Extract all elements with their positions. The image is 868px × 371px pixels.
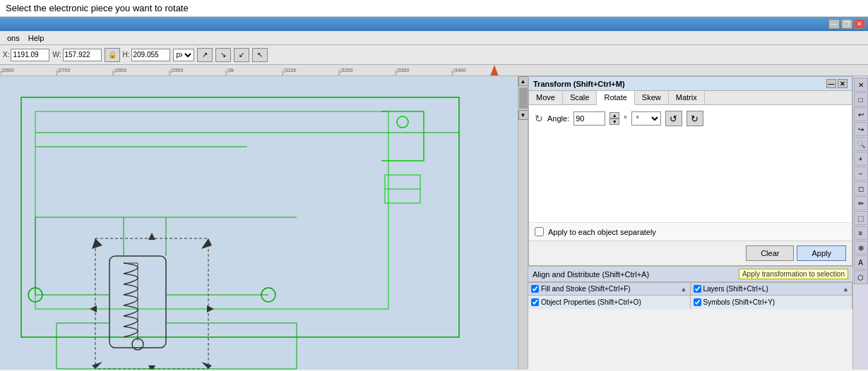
degree-symbol: ° xyxy=(624,114,626,123)
scroll-down-button[interactable]: ▼ xyxy=(518,110,528,120)
bottom-tabs: Fill and Stroke (Shift+Ctrl+F) ▲ Layers … xyxy=(528,282,852,295)
apply-button[interactable]: Apply xyxy=(797,245,846,261)
h-input[interactable] xyxy=(131,49,170,61)
sidebar-icon-add[interactable]: ⊕ xyxy=(854,241,868,255)
angle-label: Angle: xyxy=(547,114,569,123)
apply-each-checkbox[interactable] xyxy=(535,227,544,236)
tab-rotate[interactable]: Rotate xyxy=(597,91,634,105)
toolbar: X: W: 🔒 H: px mm cm ↗ ↘ ↙ ↖ xyxy=(0,45,868,65)
main-area: ▲ ▼ Transform (Shift+Ctrl+M) — ✕ Move Sc… xyxy=(0,76,868,370)
rotate-ccw-button[interactable]: ↺ xyxy=(665,111,682,126)
fill-stroke-label: Fill and Stroke (Shift+Ctrl+F) xyxy=(541,285,631,293)
sidebar-icon-lines[interactable]: ≡ xyxy=(854,226,868,240)
layers-label: Layers (Shift+Ctrl+L) xyxy=(703,285,768,293)
sidebar-icon-pencil[interactable]: ✏ xyxy=(854,196,868,210)
x-group: X: xyxy=(3,49,49,61)
instruction-text: Select the electronic piece you want to … xyxy=(6,3,189,13)
symbols-checkbox[interactable] xyxy=(694,298,701,306)
layers-checkbox[interactable] xyxy=(694,285,701,293)
h-label: H: xyxy=(123,51,130,59)
angle-spin-up[interactable]: ▲ xyxy=(610,112,619,118)
w-input[interactable] xyxy=(63,49,102,61)
align-bl-button[interactable]: ↙ xyxy=(234,48,249,62)
apply-each-label: Apply to each object separately xyxy=(548,228,656,236)
clear-button[interactable]: Clear xyxy=(746,245,794,261)
align-panel: Align and Distribute (Shift+Ctrl+A) Appl… xyxy=(528,266,852,282)
svg-text:|2800: |2800 xyxy=(114,68,126,73)
transform-header: Transform (Shift+Ctrl+M) — ✕ xyxy=(529,77,852,91)
minimize-button[interactable]: — xyxy=(828,19,840,29)
obj-props-checkbox[interactable] xyxy=(531,298,539,306)
instruction-bar: Select the electronic piece you want to … xyxy=(0,0,868,17)
sidebar-icon-zoomout[interactable]: − xyxy=(854,166,868,181)
align-tr-button[interactable]: ↘ xyxy=(215,48,231,62)
svg-rect-0 xyxy=(0,65,509,76)
svg-text:|3k: |3k xyxy=(227,68,234,73)
rotate-row: ↻ Angle: ▲ ▼ ° ° rad ↺ ↻ xyxy=(535,111,846,126)
layers-tab[interactable]: Layers (Shift+Ctrl+L) ▲ xyxy=(691,283,853,295)
w-label: W: xyxy=(52,51,61,59)
symbols-label: Symbols (Shift+Ctrl+Y) xyxy=(703,298,775,306)
sidebar-icon-rect[interactable]: ⬚ xyxy=(854,211,868,225)
close-button[interactable]: ✕ xyxy=(854,19,865,29)
transform-empty-space xyxy=(529,138,852,222)
title-bar-controls: — ❐ ✕ xyxy=(828,19,865,29)
transform-content: ↻ Angle: ▲ ▼ ° ° rad ↺ ↻ xyxy=(529,105,852,138)
title-bar: — ❐ ✕ xyxy=(0,17,868,31)
sidebar-icon-window[interactable]: □ xyxy=(854,92,868,107)
right-panel: Transform (Shift+Ctrl+M) — ✕ Move Scale … xyxy=(528,76,852,370)
h-group: H: xyxy=(123,49,170,61)
fill-stroke-expand[interactable]: ▲ xyxy=(681,286,687,293)
lock-icon[interactable]: 🔒 xyxy=(105,48,120,62)
tab-matrix[interactable]: Matrix xyxy=(669,91,705,104)
svg-text:|2600: |2600 xyxy=(1,68,13,73)
canvas-scrollbar-v[interactable]: ▲ ▼ xyxy=(518,76,528,370)
x-label: X: xyxy=(3,51,9,59)
fill-stroke-tab[interactable]: Fill and Stroke (Shift+Ctrl+F) ▲ xyxy=(528,283,691,295)
sidebar-icon-select[interactable]: ◻ xyxy=(854,181,868,195)
sidebar-icon-text[interactable]: A xyxy=(854,255,868,269)
transform-title: Transform (Shift+Ctrl+M) xyxy=(533,80,625,88)
angle-input[interactable] xyxy=(573,111,605,126)
sidebar-icon-zoom[interactable]: 🔍 xyxy=(854,137,868,151)
svg-marker-35 xyxy=(201,362,212,369)
menu-item-ons[interactable]: ons xyxy=(3,32,24,44)
w-group: W: xyxy=(52,49,101,61)
fill-stroke-checkbox[interactable] xyxy=(531,285,539,293)
drawing-canvas xyxy=(0,76,518,370)
rotate-cw-button[interactable]: ↻ xyxy=(686,111,703,126)
align-right-text: Apply transformation to selection xyxy=(739,269,848,279)
scroll-up-button[interactable]: ▲ xyxy=(518,76,528,86)
transform-panel: Transform (Shift+Ctrl+M) — ✕ Move Scale … xyxy=(528,76,852,266)
ruler: |2600 |2700 |2800 |2900 |3k |3100 |3200 … xyxy=(0,65,868,76)
restore-button[interactable]: ❐ xyxy=(841,19,852,29)
sidebar-icon-hex[interactable]: ⬡ xyxy=(854,270,868,284)
angle-spin-down[interactable]: ▼ xyxy=(610,118,619,125)
tab-skew[interactable]: Skew xyxy=(635,91,669,104)
sidebar-icon-close[interactable]: ✕ xyxy=(854,78,868,92)
layers-expand[interactable]: ▲ xyxy=(843,286,849,293)
transform-minimize-button[interactable]: — xyxy=(826,79,836,88)
angle-unit-select[interactable]: ° rad xyxy=(631,111,661,126)
apply-each-row: Apply to each object separately xyxy=(529,222,852,241)
tab-move[interactable]: Move xyxy=(529,91,563,104)
align-br-button[interactable]: ↖ xyxy=(252,48,268,62)
svg-text:|3100: |3100 xyxy=(284,68,296,73)
symbols-panel[interactable]: Symbols (Shift+Ctrl+Y) xyxy=(691,296,853,309)
sidebar-icon-undo[interactable]: ↩ xyxy=(854,107,868,121)
svg-text:|3400: |3400 xyxy=(453,68,465,73)
menu-item-help[interactable]: Help xyxy=(24,32,49,44)
unit-select[interactable]: px mm cm xyxy=(173,49,194,61)
transform-close-button[interactable]: ✕ xyxy=(838,79,848,88)
align-tl-button[interactable]: ↗ xyxy=(197,48,213,62)
canvas-area[interactable] xyxy=(0,76,518,370)
object-properties-panel[interactable]: Object Properties (Shift+Ctrl+O) xyxy=(528,296,691,309)
tab-scale[interactable]: Scale xyxy=(563,91,598,104)
x-input[interactable] xyxy=(11,49,49,61)
sidebar-icon-zoomin[interactable]: + xyxy=(854,152,868,166)
transform-header-controls: — ✕ xyxy=(826,79,848,88)
sidebar-icon-redo[interactable]: ↪ xyxy=(854,122,868,136)
obj-props-label: Object Properties (Shift+Ctrl+O) xyxy=(541,298,641,306)
rotate-icon: ↻ xyxy=(535,113,543,124)
scroll-thumb-v[interactable] xyxy=(519,87,528,109)
